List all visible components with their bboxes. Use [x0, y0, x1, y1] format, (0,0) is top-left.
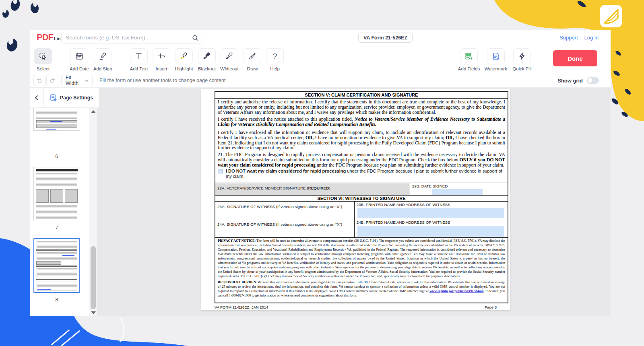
zoom-mode-dropdown[interactable]: Fit Width: [61, 75, 93, 86]
scrollbar-thumb[interactable]: [91, 246, 96, 309]
support-link[interactable]: Support: [559, 35, 578, 41]
signature-row: 22A. VETERAN/SERVICE MEMBER SIGNATURE (R…: [215, 183, 508, 195]
blackout-brush-icon: [198, 48, 216, 64]
header-links: Support Log in: [559, 30, 599, 45]
witness-24b-input[interactable]: [357, 226, 504, 237]
app-window: PDF Liner VA Form 21-526EZ Support Log i…: [30, 30, 611, 316]
main-toolbar: Select Add Date Add Sign Add Text Insert: [30, 45, 611, 73]
show-grid-label: Show grid: [557, 78, 583, 84]
page-number-7: 7: [30, 224, 83, 231]
scroll-up-arrow[interactable]: [91, 110, 96, 113]
fdc-opt-out-text: I DO NOT want my claim considered for ra…: [226, 169, 505, 179]
va-form-table: SECTION V: CLAIM CERTIFICATION AND SIGNA…: [215, 91, 508, 303]
lightning-icon: [513, 48, 531, 64]
evidence-paragraph: I certify I have enclosed all the inform…: [215, 129, 508, 151]
tool-label: Add Date: [70, 66, 89, 71]
tool-add-date[interactable]: Add Date: [68, 48, 91, 71]
plus-icon: [153, 48, 170, 64]
whiteout-brush-icon: [221, 48, 238, 64]
tool-label: Help: [270, 66, 280, 71]
draw-brush-icon: [244, 48, 261, 64]
page-settings-label: Page Settings: [60, 95, 93, 101]
form-footer: VA FORM 21-526EZ, JAN 2014 Page 8: [215, 305, 497, 309]
add-fields-icon: [460, 48, 478, 64]
tool-label: Select: [37, 66, 50, 71]
sidebar-scrollbar[interactable]: [89, 108, 97, 316]
date-signed-input[interactable]: [432, 189, 483, 195]
scroll-down-arrow[interactable]: [91, 311, 96, 314]
zoom-mode-value: Fit Width: [66, 75, 85, 86]
date-signed-cell: 22B. DATE SIGNED: [410, 183, 508, 195]
witness-23b-input[interactable]: [357, 208, 504, 218]
fdc-opt-out-row: I DO NOT want my claim considered for ra…: [218, 169, 505, 179]
section-vi-header: SECTION VI: WITNESSES TO SIGNATURE: [215, 195, 508, 201]
collapse-sidebar-button[interactable]: [31, 92, 42, 104]
form-number-footer: VA FORM 21-526EZ, JAN 2014: [215, 305, 268, 309]
calendar-icon: [70, 48, 88, 64]
witness-23a-signature-cell[interactable]: 23A. SIGNATURE OF WITNESS (If veteran si…: [215, 202, 354, 219]
page-thumbnail-6[interactable]: [33, 108, 80, 131]
tool-insert[interactable]: Insert: [150, 48, 173, 71]
tool-label: Blackout: [198, 66, 216, 71]
tool-label: Draw: [247, 66, 258, 71]
logo-pdf-text: PDF: [37, 32, 53, 43]
brand-corner-icon: [600, 5, 622, 27]
veteran-signature-field[interactable]: 22A. VETERAN/SERVICE MEMBER SIGNATURE (R…: [215, 183, 410, 195]
pdfliner-logo[interactable]: PDF Liner: [37, 32, 65, 43]
tool-add-fields[interactable]: Add Fields: [456, 48, 481, 71]
tool-label: Add Text: [130, 66, 148, 71]
item-21-cell: 21. The FDC Program is designed to rapid…: [215, 151, 508, 183]
tool-label: Whiteout: [220, 66, 238, 71]
tool-add-sign[interactable]: Add Sign: [91, 48, 114, 71]
tool-whiteout[interactable]: Whiteout: [218, 48, 241, 71]
pramain-link[interactable]: www.reginfo.gov/public/do/PRAMain: [429, 289, 483, 293]
witness-23b-cell: 23B. PRINTED NAME AND ADDRESS OF WITNESS: [354, 202, 508, 219]
highlight-brush-icon: [175, 48, 193, 64]
witness-24b-cell: 24B. PRINTED NAME AND ADDRESS OF WITNESS: [354, 219, 508, 237]
witness-row-23: 23A. SIGNATURE OF WITNESS (If veteran si…: [215, 201, 508, 219]
witness-24a-signature-cell[interactable]: 24A. SIGNATURE OF WITNESS (If veteran si…: [215, 219, 354, 237]
sub-toolbar: Fit Width Fill the form or use another t…: [30, 73, 611, 88]
page-thumbnail-7[interactable]: [33, 167, 80, 221]
form-title-badge: VA Form 21-526EZ: [358, 33, 413, 43]
tool-label: Add Fields: [458, 66, 480, 71]
search-icon[interactable]: [192, 34, 199, 41]
tool-highlight[interactable]: Highlight: [173, 48, 195, 71]
tool-blackout[interactable]: Blackout: [196, 48, 218, 71]
privacy-act-cell: PRIVACY ACT NOTICE: The form will be use…: [215, 237, 508, 303]
tool-label: Watermark: [485, 66, 507, 71]
fdc-opt-out-checkbox[interactable]: [219, 169, 223, 173]
tool-label: Highlight: [175, 66, 193, 71]
tool-help[interactable]: ? Help: [264, 48, 286, 71]
page-settings-tab[interactable]: Page Settings: [43, 88, 99, 108]
done-button[interactable]: Done: [553, 50, 597, 66]
page-thumbnail-8[interactable]: [33, 238, 80, 293]
content-area: Page Settings 6 7: [30, 88, 611, 316]
page-number-footer: Page 8: [485, 305, 497, 309]
page-number-8: 8: [30, 297, 83, 303]
tool-label: Quick Fill: [512, 66, 531, 71]
show-grid-toggle[interactable]: [587, 77, 599, 84]
watermark-icon: [487, 48, 505, 64]
tool-watermark[interactable]: Watermark: [483, 48, 508, 71]
tool-label: Insert: [156, 66, 167, 71]
help-icon: ?: [266, 48, 284, 64]
app-header: PDF Liner VA Form 21-526EZ Support Log i…: [30, 30, 611, 45]
toggle-knob: [588, 78, 592, 83]
page-thumbnails-panel: 6 7 8: [30, 108, 89, 316]
tool-draw[interactable]: Draw: [241, 48, 264, 71]
login-link[interactable]: Log in: [584, 35, 599, 41]
pen-sign-icon: [94, 48, 111, 64]
tool-quick-fill[interactable]: Quick Fill: [510, 48, 535, 71]
search-input[interactable]: [62, 35, 192, 41]
text-icon: [130, 48, 148, 64]
witness-row-24: 24A. SIGNATURE OF WITNESS (If veteran si…: [215, 219, 508, 237]
certification-paragraphs: I certify and authorize the release of i…: [215, 98, 508, 129]
document-page: SECTION V: CLAIM CERTIFICATION AND SIGNA…: [201, 89, 510, 310]
redo-button[interactable]: [46, 75, 58, 86]
tool-add-text[interactable]: Add Text: [128, 48, 150, 71]
section-v-header: SECTION V: CLAIM CERTIFICATION AND SIGNA…: [215, 92, 508, 98]
undo-button[interactable]: [33, 75, 45, 86]
tool-select[interactable]: Select: [32, 48, 54, 71]
search-form: [61, 32, 203, 43]
